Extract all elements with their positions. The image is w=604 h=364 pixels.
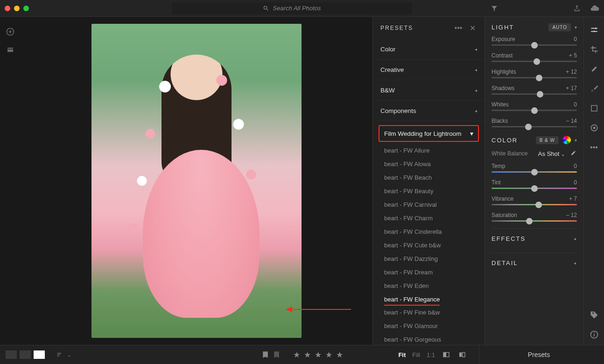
original-toggle-icon[interactable] xyxy=(457,351,467,358)
slider-knob[interactable] xyxy=(531,107,538,114)
preset-item[interactable]: beart - FW Glamour xyxy=(373,319,485,333)
slider-knob[interactable] xyxy=(531,169,538,175)
slider-knob[interactable] xyxy=(537,91,543,98)
eyedropper-icon[interactable] xyxy=(569,150,577,157)
single-view-icon[interactable] xyxy=(34,350,45,359)
star-icon[interactable]: ★ xyxy=(325,350,332,360)
preset-item[interactable]: beart - FW Fine b&w xyxy=(373,306,485,319)
bw-button[interactable]: B & W xyxy=(536,136,559,144)
slider-knob[interactable] xyxy=(534,58,540,65)
effects-section[interactable]: EFFECTS ◂ xyxy=(492,228,577,249)
light-title: LIGHT xyxy=(492,24,514,31)
zoom-one[interactable]: 1:1 xyxy=(427,351,435,358)
slider-knob[interactable] xyxy=(531,42,538,49)
close-icon[interactable]: ✕ xyxy=(468,23,477,33)
color-mixer-icon[interactable] xyxy=(562,136,571,144)
preset-item[interactable]: beart - FW Charm xyxy=(373,211,485,225)
grid-small-icon[interactable] xyxy=(20,350,31,359)
preset-item[interactable]: beart - FW Alowa xyxy=(373,157,485,171)
search-input[interactable]: Search All Photos xyxy=(172,2,412,14)
preset-item[interactable]: beart - FW Eden xyxy=(373,279,485,293)
detail-section[interactable]: DETAIL ◂ xyxy=(492,252,577,273)
preset-group[interactable]: B&W◂ xyxy=(373,80,485,101)
preset-item[interactable]: beart - FW Dazzling xyxy=(373,252,485,266)
brush-icon[interactable] xyxy=(590,84,599,93)
chevron-left-icon: ◂ xyxy=(475,47,477,52)
radial-gradient-icon[interactable] xyxy=(590,123,599,133)
slider-exposure[interactable]: Exposure0 xyxy=(492,36,577,46)
grid-large-icon[interactable] xyxy=(6,350,17,359)
slider-shadows[interactable]: Shadows+ 17 xyxy=(492,85,577,95)
search-placeholder: Search All Photos xyxy=(273,5,321,12)
slider-saturation[interactable]: Saturation– 12 xyxy=(492,212,577,222)
slider-knob[interactable] xyxy=(531,185,538,192)
more-tools-icon[interactable]: ••• xyxy=(590,143,599,152)
star-icon[interactable]: ★ xyxy=(304,350,311,360)
cloud-icon[interactable] xyxy=(590,4,599,13)
preset-item[interactable]: beart - FW Cute b&w xyxy=(373,238,485,252)
svg-rect-16 xyxy=(459,352,462,357)
preset-item[interactable]: beart - FW Beach xyxy=(373,171,485,184)
svg-point-10 xyxy=(593,127,595,129)
chevron-down-icon[interactable]: ▾ xyxy=(575,25,577,30)
add-photos-icon[interactable] xyxy=(6,27,15,36)
star-icon[interactable]: ★ xyxy=(293,350,300,360)
preset-item[interactable]: beart - FW Cinderella xyxy=(373,225,485,238)
preset-group[interactable]: Color◂ xyxy=(373,39,485,60)
slider-contrast[interactable]: Contrast+ 5 xyxy=(492,52,577,62)
preset-item[interactable]: beart - FW Allure xyxy=(373,144,485,157)
slider-highlights[interactable]: Highlights+ 12 xyxy=(492,69,577,78)
tag-icon[interactable] xyxy=(590,310,599,320)
presets-toggle-button[interactable]: Presets xyxy=(479,345,598,364)
rating-stars[interactable]: ★ ★ ★ ★ ★ xyxy=(293,350,343,360)
linear-gradient-icon[interactable] xyxy=(590,104,599,113)
chevron-down-icon[interactable]: ▾ xyxy=(575,138,577,143)
filter-icon[interactable] xyxy=(490,4,499,13)
star-icon[interactable]: ★ xyxy=(315,350,322,360)
close-window[interactable] xyxy=(5,6,10,11)
slider-whites[interactable]: Whites0 xyxy=(492,101,577,111)
preset-item[interactable]: beart - FW Dream xyxy=(373,266,485,279)
preset-item[interactable]: beart - FW Beauty xyxy=(373,184,485,198)
before-after-icon[interactable] xyxy=(442,351,451,358)
image-viewer[interactable] xyxy=(21,17,372,345)
slider-knob[interactable] xyxy=(526,218,533,224)
slider-knob[interactable] xyxy=(525,124,532,130)
info-icon[interactable] xyxy=(590,330,599,339)
more-icon[interactable]: ••• xyxy=(454,23,463,33)
zoom-fit[interactable]: Fit xyxy=(398,351,406,358)
slider-tint[interactable]: Tint0 xyxy=(492,179,577,189)
slider-blacks[interactable]: Blacks– 14 xyxy=(492,118,577,127)
slider-knob[interactable] xyxy=(536,75,542,81)
chevron-left-icon: ◂ xyxy=(475,108,477,113)
library-icon[interactable] xyxy=(6,45,15,54)
heal-icon[interactable] xyxy=(590,64,599,74)
chevron-down-icon: ▾ xyxy=(470,130,473,137)
auto-button[interactable]: AUTO xyxy=(548,23,571,31)
zoom-fill[interactable]: Fill xyxy=(412,351,420,358)
slider-knob[interactable] xyxy=(535,202,542,208)
star-icon[interactable]: ★ xyxy=(336,350,343,360)
preset-group[interactable]: Components◂ xyxy=(373,101,485,121)
slider-temp[interactable]: Temp0 xyxy=(492,163,577,173)
flag-reject-icon[interactable] xyxy=(273,350,281,359)
chevron-down-icon: ⌄ xyxy=(67,352,71,357)
crop-icon[interactable] xyxy=(590,45,599,54)
slider-value: + 7 xyxy=(569,196,577,202)
flag-pick-icon[interactable] xyxy=(261,350,270,359)
preset-item[interactable]: beart - FW Elegance xyxy=(384,293,440,306)
sort-button[interactable]: ⌄ xyxy=(55,351,71,358)
wb-select[interactable]: As Shot ⌄ xyxy=(538,150,565,157)
preset-item[interactable]: beart - FW Gorgeous xyxy=(373,333,485,345)
preset-group-expanded[interactable]: Film Wedding for Lightroom ▾ xyxy=(379,125,479,142)
preset-item[interactable]: beart - FW Carnival xyxy=(373,198,485,211)
presets-title: PRESETS xyxy=(380,25,413,31)
slider-vibrance[interactable]: Vibrance+ 7 xyxy=(492,196,577,205)
share-icon[interactable] xyxy=(572,4,582,13)
light-section-header[interactable]: LIGHT AUTO ▾ xyxy=(492,23,577,31)
minimize-window[interactable] xyxy=(14,6,20,11)
preset-group[interactable]: Creative◂ xyxy=(373,60,485,80)
color-section-header[interactable]: COLOR B & W ▾ xyxy=(492,136,577,144)
fullscreen-window[interactable] xyxy=(23,6,29,11)
adjust-icon[interactable] xyxy=(590,25,599,35)
